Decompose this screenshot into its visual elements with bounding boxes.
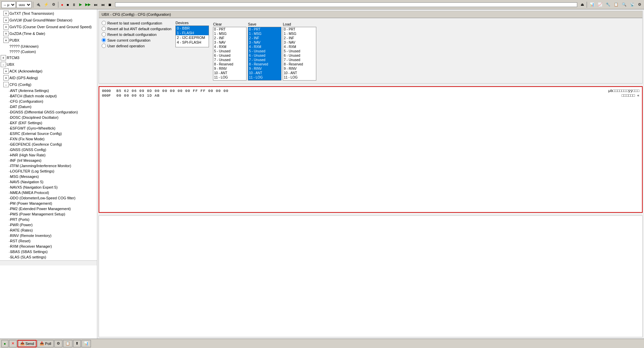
tree-item-rxm[interactable]: — RXM (Receiver Manager) — [0, 244, 97, 249]
expand-gxtxt[interactable]: + — [3, 11, 9, 16]
poll-button[interactable]: 📥 Poll — [37, 340, 53, 347]
tree-item-unknown[interactable]: ????? (Unknown) — [0, 44, 97, 49]
tool7-btn[interactable]: ⚙ — [637, 1, 643, 8]
tool6-btn[interactable]: 📡 — [629, 1, 636, 8]
tree-item-ekf[interactable]: — EKF (EKF Settings) — [0, 120, 97, 126]
tree-item-navx5[interactable]: — NAVX5 (Navigation Expert 5) — [0, 185, 97, 190]
settings-btn[interactable]: ⚙ — [51, 1, 57, 8]
save-0-prt[interactable]: 0 - PRT — [248, 27, 281, 32]
protocol-combo[interactable]: -- μ — [1, 1, 16, 8]
tree-item-hnr[interactable]: — HNR (High Nav Rate) — [0, 152, 97, 158]
tree-item-gxtxt[interactable]: + GxTXT (Text Transmission) — [0, 10, 97, 17]
clear-3-nav[interactable]: 3 - NAV — [213, 40, 246, 45]
load-5-unused[interactable]: 5 - Unused — [283, 49, 316, 53]
prev-btn[interactable]: ⏮ — [100, 1, 106, 8]
tree-item-dosc[interactable]: — DOSC (Disciplined Oscillator) — [0, 115, 97, 120]
device-2-i2c[interactable]: 2 - I2C-EEPROM — [176, 35, 209, 40]
save-9-rinv[interactable]: 9 - RINV — [248, 66, 281, 71]
radio-save-current[interactable]: Save current configuration — [102, 38, 171, 42]
action-btn-3[interactable]: ⬆ — [73, 340, 81, 347]
save-12-fts[interactable]: 12 - FTS — [248, 80, 281, 81]
tree-item-cfg-conf[interactable]: — CFG (Configuration) — [0, 99, 97, 104]
tool1-btn[interactable]: 📊 — [588, 1, 596, 8]
load-12-fts[interactable]: 12 - FTS — [283, 80, 316, 81]
pause-btn[interactable]: ⏸ — [71, 1, 77, 8]
load-11-log[interactable]: 11 - LOG — [283, 75, 316, 80]
tree-item-rinv[interactable]: — RINV (Remote Inventory) — [0, 233, 97, 238]
tree-item-esfgwt[interactable]: — ESFGWT (Gyro+Wheeltick) — [0, 126, 97, 131]
clear-9-rinv[interactable]: 9 - RINV — [213, 66, 246, 71]
save-10-ant[interactable]: 10 - ANT — [248, 71, 281, 75]
tree-item-gxvtg[interactable]: + GxVTG (Course Over Ground and Ground S… — [0, 23, 97, 30]
tree-item-geofence[interactable]: — GEOFENCE (Geofence Config) — [0, 142, 97, 147]
tree-item-pwr[interactable]: — PWR (Power) — [0, 222, 97, 228]
play-btn[interactable]: ▶ — [78, 1, 83, 8]
disconnect-btn[interactable]: ⚡ — [43, 1, 50, 8]
tree-item-pm[interactable]: — PM (Power Management) — [0, 201, 97, 206]
tree-item-pms[interactable]: — PMS (Power Management Setup) — [0, 211, 97, 217]
clear-1-msg[interactable]: 1 - MSG — [213, 32, 246, 36]
connect-btn[interactable]: 🔌 — [35, 1, 42, 8]
clear-11-log[interactable]: 11 - LOG — [213, 75, 246, 80]
tree-item-ack[interactable]: + ACK (Acknowledge) — [0, 68, 97, 74]
expand-ubx[interactable]: - — [1, 62, 6, 67]
sidebar[interactable]: + GxTXT (Text Transmission) + GxVLW (Dua… — [0, 9, 97, 339]
load-7-unused[interactable]: 7 - Unused — [283, 58, 316, 62]
device-0-bbr[interactable]: 0 - BBR — [176, 26, 209, 31]
expand-cfg[interactable]: - — [3, 82, 9, 87]
red-x-btn[interactable]: ✕ — [9, 340, 17, 347]
load-6-unused[interactable]: 6 - Unused — [283, 53, 316, 58]
radio-revert-saved[interactable]: Revert to last saved configuration — [102, 21, 171, 25]
tree-item-aid[interactable]: + AID (GPS Aiding) — [0, 74, 97, 81]
tool5-btn[interactable]: 🔍 — [621, 1, 628, 8]
save-6-unused[interactable]: 6 - Unused — [248, 53, 281, 58]
load-10-ant[interactable]: 10 - ANT — [283, 71, 316, 75]
expand-pubx[interactable]: + — [3, 38, 9, 43]
tree-item-custom[interactable]: ????? (Custom) — [0, 49, 97, 54]
tree-item-itfm[interactable]: — ITFM (Jamming/Interference Monitor) — [0, 163, 97, 168]
tree-item-sbas[interactable]: — SBAS (SBAS Settings) — [0, 249, 97, 254]
send-button[interactable]: 📤 Send — [17, 340, 37, 347]
tree-item-logfilter[interactable]: — LOGFILTER (Log Settings) — [0, 168, 97, 174]
save-1-msg[interactable]: 1 - MSG — [248, 32, 281, 36]
tool4-btn[interactable]: 📋 — [612, 1, 620, 8]
tree-item-gnss[interactable]: — GNSS (GNSS Config) — [0, 147, 97, 152]
clear-2-inf[interactable]: 2 - INF — [213, 36, 246, 40]
tree-item-nmea[interactable]: — NMEA (NMEA Protocol) — [0, 190, 97, 195]
action-btn-1[interactable]: ⚙ — [54, 340, 62, 347]
tree-item-dgnss[interactable]: — DGNSS (Differential GNSS configuration… — [0, 109, 97, 115]
clear-6-unused[interactable]: 6 - Unused — [213, 53, 246, 58]
radio-revert-ant[interactable]: Revert all but ANT default configuration — [102, 27, 171, 31]
devices-list[interactable]: 0 - BBR 1 - FLASH 2 - I2C-EEPROM 4 - SPI… — [175, 26, 209, 47]
load-3-nav[interactable]: 3 - NAV — [283, 40, 316, 45]
tree-item-esrc[interactable]: — ESRC (External Source Config) — [0, 131, 97, 136]
tree-item-cfg[interactable]: - CFG (Config) — [0, 81, 97, 88]
save-7-unused[interactable]: 7 - Unused — [248, 58, 281, 62]
tree-item-gxvlw[interactable]: + GxVLW (Dual Ground/Water Distance) — [0, 17, 97, 23]
save-3-nav[interactable]: 3 - NAV — [248, 40, 281, 45]
tool3-btn[interactable]: 🔧 — [604, 1, 612, 8]
load-1-msg[interactable]: 1 - MSG — [283, 32, 316, 36]
save-2-inf[interactable]: 2 - INF — [248, 36, 281, 40]
tree-item-gxzda[interactable]: + GxZDA (Time & Date) — [0, 30, 97, 37]
save-8-reserved[interactable]: 8 - Reserved — [248, 62, 281, 66]
tree-item-ubx[interactable]: - UBX — [0, 61, 97, 68]
tree-item-pm2[interactable]: — PM2 (Extended Power Management) — [0, 206, 97, 211]
expand-aid[interactable]: + — [3, 75, 9, 81]
load-8-reserved[interactable]: 8 - Reserved — [283, 62, 316, 66]
load-2-inf[interactable]: 2 - INF — [283, 36, 316, 40]
green-dot-btn[interactable]: ● — [1, 340, 8, 347]
load-9-rinv[interactable]: 9 - RINV — [283, 66, 316, 71]
expand-rtcm3[interactable]: + — [1, 55, 6, 60]
stop-btn[interactable]: ■ — [65, 1, 70, 8]
load-0-prt[interactable]: 0 - PRT — [283, 27, 316, 32]
tree-item-prt[interactable]: — PRT (Ports) — [0, 217, 97, 222]
device-1-flash[interactable]: 1 - FLASH — [176, 31, 209, 35]
tree-item-pubx[interactable]: + PUBX — [0, 37, 97, 44]
tree-item-ant[interactable]: — ANT (Antenna Settings) — [0, 88, 97, 93]
expand-ack[interactable]: + — [3, 68, 9, 74]
end-btn[interactable]: ⏹ — [107, 1, 113, 8]
tree-item-odo[interactable]: — ODO (Odometer/Low-Speed COG filter) — [0, 195, 97, 201]
sidebar-hscrollbar[interactable] — [0, 260, 97, 265]
save-list[interactable]: 0 - PRT 1 - MSG 2 - INF 3 - NAV 4 - RXM … — [248, 27, 281, 81]
